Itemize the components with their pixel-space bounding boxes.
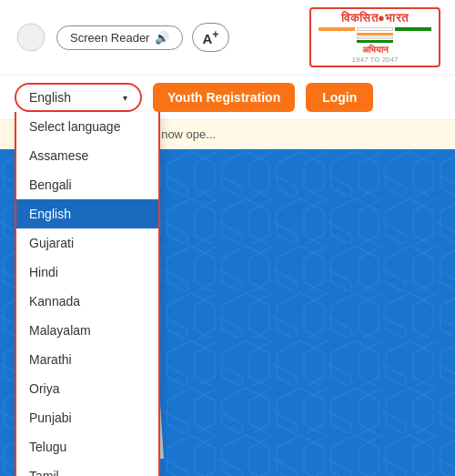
- logo-title-line2: अभियान: [318, 45, 431, 56]
- language-option-bn[interactable]: Bengali: [16, 170, 158, 199]
- header: 👍 Screen Reader 🔊 A+ विकसित●भारत: [0, 0, 455, 76]
- youth-registration-button[interactable]: Youth Registration: [153, 83, 295, 112]
- youth-reg-label: Youth Registration: [167, 90, 280, 105]
- logo-subtitle: 1947 TO 2047: [318, 56, 431, 64]
- thumbs-up-icon: 👍: [15, 21, 47, 54]
- language-option-gu[interactable]: Gujarati: [16, 228, 158, 258]
- chevron-down-icon: ▾: [123, 93, 127, 103]
- language-option-kn[interactable]: Kannada: [16, 287, 158, 316]
- font-size-label: A+: [202, 31, 218, 46]
- language-option-mr[interactable]: Marathi: [16, 345, 158, 374]
- language-option-te[interactable]: Telugu: [16, 432, 158, 461]
- selected-language-label: English: [29, 90, 71, 105]
- screen-reader-button[interactable]: Screen Reader 🔊: [56, 25, 183, 50]
- navbar: English ▾ Select languageAssameseBengali…: [0, 76, 455, 120]
- language-option-select[interactable]: Select language: [16, 112, 158, 141]
- login-label: Login: [322, 90, 357, 105]
- language-option-ml[interactable]: Malayalam: [16, 316, 158, 345]
- language-option-hi[interactable]: Hindi: [16, 258, 158, 287]
- language-dropdown-menu: Select languageAssameseBengaliEnglishGuj…: [15, 112, 160, 476]
- language-option-or[interactable]: Oriya: [16, 374, 158, 403]
- language-option-pa[interactable]: Punjabi: [16, 403, 158, 432]
- viksit-bharat-logo: विकसित●भारत अभियान 1947 TO 2047: [309, 7, 440, 67]
- language-option-ta[interactable]: Tamil: [16, 461, 158, 476]
- header-right: विकसित●भारत अभियान 1947 TO 2047: [309, 7, 440, 67]
- language-option-as[interactable]: Assamese: [16, 141, 158, 170]
- login-button[interactable]: Login: [306, 83, 373, 112]
- language-select-button[interactable]: English ▾: [15, 83, 142, 112]
- language-dropdown-wrapper: English ▾ Select languageAssameseBengali…: [15, 83, 142, 112]
- screen-reader-label: Screen Reader: [70, 31, 149, 45]
- header-left: 👍 Screen Reader 🔊 A+: [15, 21, 229, 54]
- logo-flag: [318, 27, 431, 31]
- speaker-icon: 🔊: [155, 31, 169, 45]
- font-size-button[interactable]: A+: [192, 23, 228, 52]
- svg-point-0: [17, 24, 45, 51]
- logo-title-line1: विकसित●भारत: [318, 11, 431, 25]
- language-option-en[interactable]: English: [16, 199, 158, 228]
